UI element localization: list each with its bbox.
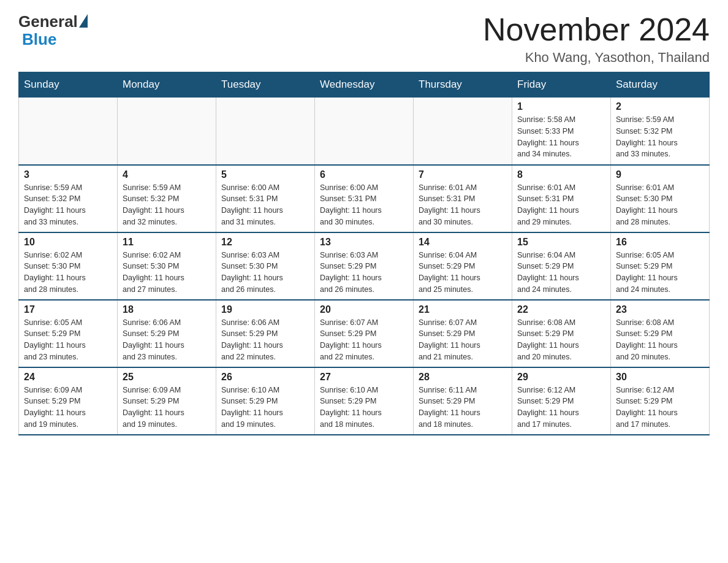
- page-header: General Blue November 2024 Kho Wang, Yas…: [18, 12, 710, 66]
- calendar-cell: 18Sunrise: 6:06 AMSunset: 5:29 PMDayligh…: [118, 300, 216, 367]
- day-number: 16: [616, 237, 704, 248]
- day-info: Sunrise: 6:01 AMSunset: 5:30 PMDaylight:…: [616, 182, 704, 228]
- day-info: Sunrise: 5:59 AMSunset: 5:32 PMDaylight:…: [616, 114, 704, 160]
- header-wednesday: Wednesday: [315, 72, 414, 98]
- day-number: 12: [221, 237, 309, 248]
- day-number: 15: [517, 237, 605, 248]
- calendar-cell: 15Sunrise: 6:04 AMSunset: 5:29 PMDayligh…: [512, 232, 611, 300]
- title-block: November 2024 Kho Wang, Yasothon, Thaila…: [483, 12, 710, 66]
- logo-general-text: General: [18, 12, 78, 31]
- logo: General Blue: [18, 12, 88, 49]
- header-saturday: Saturday: [611, 72, 710, 98]
- calendar-cell: [315, 98, 414, 165]
- calendar-cell: 17Sunrise: 6:05 AMSunset: 5:29 PMDayligh…: [19, 300, 118, 367]
- day-number: 3: [24, 169, 112, 180]
- day-info: Sunrise: 6:00 AMSunset: 5:31 PMDaylight:…: [221, 182, 309, 228]
- month-title: November 2024: [483, 12, 710, 47]
- day-number: 4: [123, 169, 211, 180]
- calendar-cell: 29Sunrise: 6:12 AMSunset: 5:29 PMDayligh…: [512, 367, 611, 435]
- day-info: Sunrise: 6:05 AMSunset: 5:29 PMDaylight:…: [616, 250, 704, 296]
- calendar-cell: 25Sunrise: 6:09 AMSunset: 5:29 PMDayligh…: [118, 367, 216, 435]
- day-number: 29: [517, 372, 605, 383]
- day-number: 20: [320, 304, 408, 315]
- calendar-week-row: 3Sunrise: 5:59 AMSunset: 5:32 PMDaylight…: [19, 165, 710, 232]
- day-number: 11: [123, 237, 211, 248]
- calendar-cell: 3Sunrise: 5:59 AMSunset: 5:32 PMDaylight…: [19, 165, 118, 232]
- calendar-cell: 30Sunrise: 6:12 AMSunset: 5:29 PMDayligh…: [611, 367, 710, 435]
- day-info: Sunrise: 6:09 AMSunset: 5:29 PMDaylight:…: [24, 385, 112, 431]
- day-info: Sunrise: 6:06 AMSunset: 5:29 PMDaylight:…: [123, 317, 211, 363]
- day-number: 8: [517, 169, 605, 180]
- calendar-cell: 11Sunrise: 6:02 AMSunset: 5:30 PMDayligh…: [118, 232, 216, 300]
- weekday-header-row: Sunday Monday Tuesday Wednesday Thursday…: [19, 72, 710, 98]
- calendar-week-row: 10Sunrise: 6:02 AMSunset: 5:30 PMDayligh…: [19, 232, 710, 300]
- location-title: Kho Wang, Yasothon, Thailand: [483, 50, 710, 66]
- day-info: Sunrise: 6:03 AMSunset: 5:29 PMDaylight:…: [320, 250, 408, 296]
- day-info: Sunrise: 6:05 AMSunset: 5:29 PMDaylight:…: [24, 317, 112, 363]
- header-sunday: Sunday: [19, 72, 118, 98]
- header-thursday: Thursday: [414, 72, 512, 98]
- day-info: Sunrise: 6:02 AMSunset: 5:30 PMDaylight:…: [24, 250, 112, 296]
- calendar-cell: 4Sunrise: 5:59 AMSunset: 5:32 PMDaylight…: [118, 165, 216, 232]
- day-info: Sunrise: 6:10 AMSunset: 5:29 PMDaylight:…: [320, 385, 408, 431]
- day-info: Sunrise: 6:08 AMSunset: 5:29 PMDaylight:…: [517, 317, 605, 363]
- day-number: 2: [616, 101, 704, 112]
- calendar-cell: [216, 98, 315, 165]
- day-number: 26: [221, 372, 309, 383]
- day-info: Sunrise: 6:12 AMSunset: 5:29 PMDaylight:…: [517, 385, 605, 431]
- day-number: 23: [616, 304, 704, 315]
- calendar-cell: 9Sunrise: 6:01 AMSunset: 5:30 PMDaylight…: [611, 165, 710, 232]
- calendar-cell: 20Sunrise: 6:07 AMSunset: 5:29 PMDayligh…: [315, 300, 414, 367]
- day-number: 5: [221, 169, 309, 180]
- calendar-cell: 1Sunrise: 5:58 AMSunset: 5:33 PMDaylight…: [512, 98, 611, 165]
- day-info: Sunrise: 5:58 AMSunset: 5:33 PMDaylight:…: [517, 114, 605, 160]
- day-info: Sunrise: 6:02 AMSunset: 5:30 PMDaylight:…: [123, 250, 211, 296]
- day-number: 28: [419, 372, 507, 383]
- day-info: Sunrise: 6:01 AMSunset: 5:31 PMDaylight:…: [517, 182, 605, 228]
- header-friday: Friday: [512, 72, 611, 98]
- calendar-cell: 23Sunrise: 6:08 AMSunset: 5:29 PMDayligh…: [611, 300, 710, 367]
- calendar-cell: 13Sunrise: 6:03 AMSunset: 5:29 PMDayligh…: [315, 232, 414, 300]
- day-info: Sunrise: 6:03 AMSunset: 5:30 PMDaylight:…: [221, 250, 309, 296]
- day-number: 25: [123, 372, 211, 383]
- calendar-week-row: 1Sunrise: 5:58 AMSunset: 5:33 PMDaylight…: [19, 98, 710, 165]
- day-info: Sunrise: 6:06 AMSunset: 5:29 PMDaylight:…: [221, 317, 309, 363]
- day-number: 24: [24, 372, 112, 383]
- logo-triangle-icon: [79, 14, 88, 28]
- day-info: Sunrise: 6:10 AMSunset: 5:29 PMDaylight:…: [221, 385, 309, 431]
- day-info: Sunrise: 6:04 AMSunset: 5:29 PMDaylight:…: [517, 250, 605, 296]
- day-number: 18: [123, 304, 211, 315]
- day-info: Sunrise: 6:09 AMSunset: 5:29 PMDaylight:…: [123, 385, 211, 431]
- day-info: Sunrise: 5:59 AMSunset: 5:32 PMDaylight:…: [24, 182, 112, 228]
- calendar-cell: [19, 98, 118, 165]
- calendar-cell: 28Sunrise: 6:11 AMSunset: 5:29 PMDayligh…: [414, 367, 512, 435]
- calendar-week-row: 17Sunrise: 6:05 AMSunset: 5:29 PMDayligh…: [19, 300, 710, 367]
- day-info: Sunrise: 6:04 AMSunset: 5:29 PMDaylight:…: [419, 250, 507, 296]
- calendar-cell: 14Sunrise: 6:04 AMSunset: 5:29 PMDayligh…: [414, 232, 512, 300]
- calendar-cell: [414, 98, 512, 165]
- day-number: 9: [616, 169, 704, 180]
- calendar-cell: [118, 98, 216, 165]
- calendar-table: Sunday Monday Tuesday Wednesday Thursday…: [18, 72, 710, 435]
- day-number: 10: [24, 237, 112, 248]
- calendar-cell: 26Sunrise: 6:10 AMSunset: 5:29 PMDayligh…: [216, 367, 315, 435]
- calendar-cell: 19Sunrise: 6:06 AMSunset: 5:29 PMDayligh…: [216, 300, 315, 367]
- day-number: 14: [419, 237, 507, 248]
- day-info: Sunrise: 6:00 AMSunset: 5:31 PMDaylight:…: [320, 182, 408, 228]
- calendar-cell: 5Sunrise: 6:00 AMSunset: 5:31 PMDaylight…: [216, 165, 315, 232]
- day-number: 27: [320, 372, 408, 383]
- calendar-cell: 24Sunrise: 6:09 AMSunset: 5:29 PMDayligh…: [19, 367, 118, 435]
- day-info: Sunrise: 6:12 AMSunset: 5:29 PMDaylight:…: [616, 385, 704, 431]
- calendar-cell: 7Sunrise: 6:01 AMSunset: 5:31 PMDaylight…: [414, 165, 512, 232]
- day-number: 7: [419, 169, 507, 180]
- calendar-cell: 12Sunrise: 6:03 AMSunset: 5:30 PMDayligh…: [216, 232, 315, 300]
- header-tuesday: Tuesday: [216, 72, 315, 98]
- day-number: 19: [221, 304, 309, 315]
- day-info: Sunrise: 6:07 AMSunset: 5:29 PMDaylight:…: [419, 317, 507, 363]
- calendar-cell: 22Sunrise: 6:08 AMSunset: 5:29 PMDayligh…: [512, 300, 611, 367]
- day-info: Sunrise: 6:01 AMSunset: 5:31 PMDaylight:…: [419, 182, 507, 228]
- calendar-cell: 8Sunrise: 6:01 AMSunset: 5:31 PMDaylight…: [512, 165, 611, 232]
- day-number: 17: [24, 304, 112, 315]
- day-info: Sunrise: 6:11 AMSunset: 5:29 PMDaylight:…: [419, 385, 507, 431]
- calendar-cell: 27Sunrise: 6:10 AMSunset: 5:29 PMDayligh…: [315, 367, 414, 435]
